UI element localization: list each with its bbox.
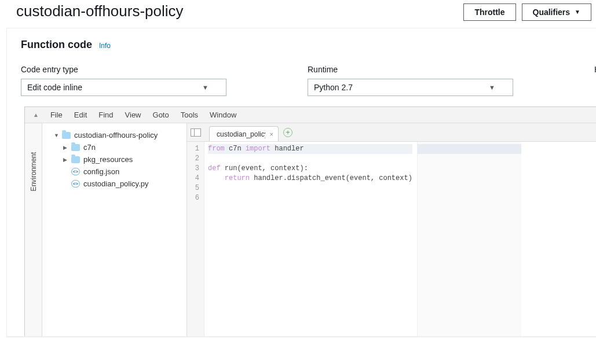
line-num: 1	[192, 144, 199, 154]
folder-icon	[71, 156, 80, 163]
editor-tab-label: custodian_policy	[217, 130, 265, 138]
runtime-group: Runtime Python 2.7 ▼	[308, 65, 513, 96]
collapse-icon[interactable]: ▲	[33, 112, 39, 118]
tree-folder-label: pkg_resources	[83, 155, 133, 164]
minimap-highlight	[418, 144, 521, 154]
ident: handler	[270, 145, 304, 153]
panel-header: Function code Info	[7, 28, 596, 61]
menu-file[interactable]: File	[50, 111, 63, 119]
line-num: 3	[192, 164, 199, 174]
code-area[interactable]: 1 2 3 4 5 6 from c7n import handler def …	[187, 142, 596, 336]
qualifiers-label: Qualifiers	[533, 8, 571, 17]
environment-tab[interactable]: Environment	[30, 150, 38, 193]
tree-file-label: config.json	[83, 167, 119, 176]
line-num: 2	[192, 154, 199, 164]
tree-folder-label: c7n	[83, 143, 96, 152]
code-entry-value: Edit code inline	[27, 83, 82, 92]
chevron-right-icon: ▶	[63, 157, 69, 163]
chevron-down-icon: ▼	[489, 84, 495, 91]
code-entry-label: Code entry type	[21, 65, 226, 74]
code-file-icon: <>	[71, 180, 80, 187]
minimap[interactable]	[417, 142, 521, 336]
page-title: custodian-offhours-policy	[16, 2, 184, 20]
tree-folder-pkg[interactable]: ▶ pkg_resources	[46, 153, 183, 166]
menu-window[interactable]: Window	[210, 111, 236, 119]
code-text[interactable]: from c7n import handler def run(event, c…	[204, 142, 417, 336]
line-gutter: 1 2 3 4 5 6	[187, 142, 204, 336]
ide-siderail: Environment	[25, 123, 42, 336]
function-code-panel: Function code Info Code entry type Edit …	[6, 28, 596, 337]
tree-root-label: custodian-offhours-policy	[74, 131, 158, 139]
form-row: Code entry type Edit code inline ▼ Runti…	[7, 61, 596, 106]
folder-icon	[71, 144, 80, 151]
tree-file-label: custodian_policy.py	[83, 179, 149, 188]
ident: run(event, context):	[221, 164, 308, 172]
code-entry-select[interactable]: Edit code inline ▼	[21, 79, 226, 96]
ide-body: Environment ▼ custodian-offhours-policy …	[25, 123, 596, 336]
menu-edit[interactable]: Edit	[74, 111, 87, 119]
menu-goto[interactable]: Goto	[153, 111, 169, 119]
folder-icon	[62, 132, 71, 139]
line-num: 5	[192, 183, 199, 193]
tree-root[interactable]: ▼ custodian-offhours-policy	[46, 129, 183, 141]
close-icon[interactable]: ×	[270, 131, 273, 138]
editor-tab-bar: custodian_policy × +	[187, 123, 596, 142]
chevron-down-icon: ▼	[202, 84, 209, 91]
line-num: 4	[192, 174, 199, 183]
chevron-down-icon: ▼	[575, 9, 580, 15]
tree-file-config[interactable]: <> config.json	[46, 166, 183, 178]
throttle-button[interactable]: Throttle	[463, 3, 515, 21]
throttle-label: Throttle	[474, 8, 504, 17]
qualifiers-button[interactable]: Qualifiers ▼	[522, 3, 592, 21]
file-tree: ▼ custodian-offhours-policy ▶ c7n ▶ pkg_…	[42, 123, 187, 336]
pane-layout-icon[interactable]	[191, 128, 201, 137]
chevron-right-icon: ▶	[63, 145, 69, 150]
line-num: 6	[192, 193, 199, 203]
editor-area: custodian_policy × + 1 2 3 4 5 6	[187, 123, 596, 336]
kw: import	[246, 145, 270, 153]
tree-folder-c7n[interactable]: ▶ c7n	[46, 141, 183, 153]
add-tab-button[interactable]: +	[283, 128, 292, 137]
runtime-value: Python 2.7	[314, 83, 353, 92]
kw: return	[225, 174, 250, 182]
panel-title: Function code	[21, 39, 92, 51]
runtime-select[interactable]: Python 2.7 ▼	[308, 79, 513, 96]
indent	[208, 174, 225, 182]
code-entry-group: Code entry type Edit code inline ▼	[21, 65, 226, 96]
ident: handler.dispatch_event(event, context)	[250, 174, 412, 182]
menu-tools[interactable]: Tools	[181, 111, 198, 119]
page-header: custodian-offhours-policy Throttle Quali…	[6, 0, 596, 28]
editor-tab-active[interactable]: custodian_policy ×	[209, 126, 279, 141]
ident: c7n	[225, 145, 246, 153]
kw: from	[208, 145, 225, 153]
chevron-down-icon: ▼	[54, 133, 60, 138]
header-actions: Throttle Qualifiers ▼	[463, 2, 591, 21]
kw: def	[208, 164, 221, 172]
menu-find[interactable]: Find	[98, 111, 113, 119]
info-link[interactable]: Info	[99, 42, 111, 50]
code-editor: ▲ File Edit Find View Goto Tools Window …	[24, 106, 596, 336]
runtime-label: Runtime	[308, 65, 513, 74]
code-file-icon: <>	[71, 168, 80, 175]
menu-view[interactable]: View	[125, 111, 141, 119]
tree-file-policy[interactable]: <> custodian_policy.py	[46, 178, 183, 190]
ide-menu-bar: ▲ File Edit Find View Goto Tools Window	[25, 107, 596, 123]
